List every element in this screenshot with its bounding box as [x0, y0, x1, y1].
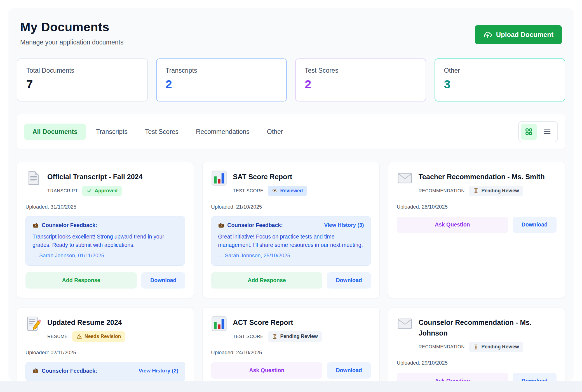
document-title: Counselor Recommendation - Ms. Johnson [419, 316, 557, 338]
document-title: SAT Score Report [233, 170, 307, 182]
briefcase-icon [32, 222, 39, 228]
uploaded-date: Uploaded: 02/11/2025 [25, 350, 185, 356]
document-card: Counselor Recommendation - Ms. Johnson R… [388, 308, 565, 381]
document-card: SAT Score Report TEST SCORE Reviewed Upl… [202, 162, 379, 298]
view-toggle [518, 121, 558, 142]
counselor-feedback-box: Counselor Feedback: View History (2) [25, 362, 185, 381]
download-button[interactable]: Download [513, 217, 557, 233]
feedback-text: Great initiative! Focus on practice test… [218, 232, 364, 249]
download-button[interactable]: Download [141, 272, 185, 289]
status-badge: Pending Review [469, 342, 523, 352]
tab-transcripts[interactable]: Transcripts [89, 124, 135, 140]
status-badge: Approved [82, 186, 122, 196]
status-badge: Needs Revision [72, 331, 125, 342]
document-type: TEST SCORE [233, 334, 263, 339]
stat-card-test-scores[interactable]: Test Scores 2 [295, 58, 426, 101]
document-title: ACT Score Report [233, 316, 322, 328]
document-type: RESUME [47, 334, 68, 339]
feedback-attribution: — Sarah Johnson, 25/10/2025 [218, 252, 364, 259]
filter-tabbar: All Documents Transcripts Test Scores Re… [17, 114, 565, 149]
uploaded-date: Uploaded: 24/10/2025 [211, 350, 371, 356]
page-subtitle: Manage your application documents [20, 39, 124, 46]
hourglass-icon [473, 188, 479, 193]
tab-all-documents[interactable]: All Documents [24, 124, 86, 140]
tab-recommendations[interactable]: Recommendations [189, 124, 257, 140]
ask-question-button[interactable]: Ask Question [397, 373, 508, 381]
uploaded-date: Uploaded: 28/10/2025 [397, 204, 557, 210]
document-type: RECOMMENDATION [419, 188, 465, 193]
briefcase-icon [218, 222, 224, 228]
list-icon [543, 128, 551, 136]
bar-chart-icon [211, 170, 227, 186]
briefcase-icon [32, 368, 39, 374]
stat-card-other[interactable]: Other 3 [435, 58, 565, 101]
document-card: Official Transcript - Fall 2024 TRANSCRI… [17, 162, 194, 298]
document-type: TRANSCRIPT [47, 188, 78, 193]
stats-row: Total Documents 7 Transcripts 2 Test Sco… [17, 58, 565, 101]
document-title: Updated Resume 2024 [47, 316, 125, 328]
uploaded-date: Uploaded: 29/10/2025 [397, 360, 557, 366]
feedback-title: Counselor Feedback: [32, 368, 97, 374]
memo-icon [25, 316, 42, 332]
status-badge: Pending Review [469, 186, 523, 196]
view-history-link[interactable]: View History (2) [139, 368, 178, 374]
check-icon [86, 188, 92, 193]
view-history-link[interactable]: View History (3) [324, 222, 364, 228]
tab-other[interactable]: Other [260, 124, 290, 140]
warning-icon [76, 334, 82, 339]
hourglass-icon [272, 334, 278, 339]
download-button[interactable]: Download [327, 272, 371, 289]
document-title: Official Transcript - Fall 2024 [47, 170, 142, 182]
stat-card-transcripts[interactable]: Transcripts 2 [156, 58, 287, 101]
page-title: My Documents [20, 20, 124, 34]
status-badge: Reviewed [268, 186, 307, 196]
envelope-icon [397, 170, 413, 186]
uploaded-date: Uploaded: 21/10/2025 [211, 204, 371, 210]
status-badge: Pending Review [268, 331, 322, 342]
add-response-button[interactable]: Add Response [25, 272, 137, 289]
grid-icon [525, 128, 533, 136]
stat-card-total[interactable]: Total Documents 7 [17, 58, 148, 101]
page-header-text: My Documents Manage your application doc… [20, 20, 124, 46]
document-title: Teacher Recommendation - Ms. Smith [419, 170, 545, 182]
uploaded-date: Uploaded: 31/10/2025 [25, 204, 185, 210]
list-view-button[interactable] [539, 124, 555, 140]
documents-grid: Official Transcript - Fall 2024 TRANSCRI… [17, 162, 565, 381]
feedback-title: Counselor Feedback: [218, 222, 283, 228]
eye-icon [272, 188, 278, 193]
document-icon [25, 170, 42, 186]
ask-question-button[interactable]: Ask Question [397, 217, 508, 233]
document-card: Updated Resume 2024 RESUME Needs Revisio… [17, 308, 194, 381]
feedback-title: Counselor Feedback: [32, 222, 97, 228]
add-response-button[interactable]: Add Response [211, 272, 322, 289]
documents-panel: My Documents Manage your application doc… [8, 8, 574, 381]
document-type: TEST SCORE [233, 188, 263, 193]
feedback-attribution: — Sarah Johnson, 01/11/2025 [32, 252, 178, 259]
feedback-text: Transcript looks excellent! Strong upwar… [32, 232, 178, 249]
ask-question-button[interactable]: Ask Question [211, 362, 322, 379]
document-type: RECOMMENDATION [419, 344, 465, 350]
hourglass-icon [473, 344, 479, 350]
counselor-feedback-box: Counselor Feedback: Transcript looks exc… [25, 216, 185, 266]
upload-document-button[interactable]: Upload Document [475, 25, 562, 44]
cloud-upload-icon [483, 30, 492, 39]
envelope-icon [397, 316, 413, 332]
counselor-feedback-box: Counselor Feedback: View History (3) Gre… [211, 216, 371, 266]
bar-chart-icon [211, 316, 227, 332]
document-card: ACT Score Report TEST SCORE Pending Revi… [202, 308, 379, 381]
grid-view-button[interactable] [521, 124, 537, 140]
page-bottom-strip [0, 381, 582, 392]
document-card: Teacher Recommendation - Ms. Smith RECOM… [388, 162, 565, 298]
page-header: My Documents Manage your application doc… [17, 20, 565, 46]
download-button[interactable]: Download [513, 373, 557, 381]
tab-test-scores[interactable]: Test Scores [138, 124, 186, 140]
download-button[interactable]: Download [327, 362, 371, 379]
